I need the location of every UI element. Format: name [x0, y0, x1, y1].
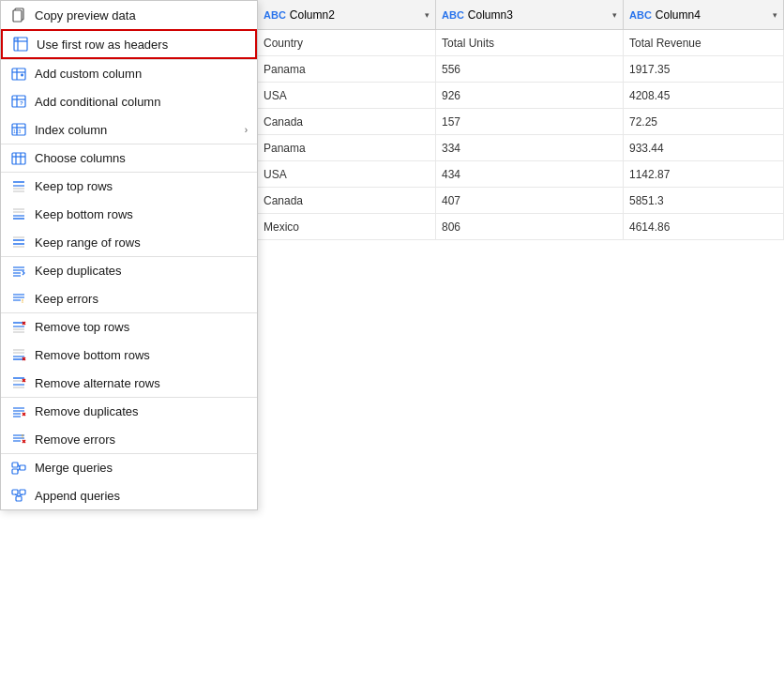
cell-r2c1: USA — [258, 83, 436, 108]
col3-type-icon: ABC — [442, 9, 464, 21]
svg-rect-79 — [20, 490, 25, 494]
menu-item-merge-queries[interactable]: Merge queries — [1, 453, 257, 481]
submenu-arrow-icon: › — [245, 125, 248, 135]
cell-r0c1: Country — [258, 30, 436, 55]
cell-r1c3: 1917.35 — [624, 56, 784, 82]
menu-item-keep-duplicates[interactable]: Keep duplicates — [1, 256, 257, 284]
svg-line-77 — [18, 468, 20, 471]
remove-bottom-icon — [10, 346, 27, 363]
svg-text:?: ? — [20, 100, 23, 106]
remove-alternate-icon — [10, 374, 27, 391]
col-header-3[interactable]: ABC Column3 ▾ — [436, 0, 624, 29]
menu-label-remove-errors: Remove errors — [35, 433, 248, 447]
cell-r3c2: 157 — [436, 109, 624, 134]
menu-item-add-conditional-col[interactable]: ? Add conditional column — [1, 87, 257, 115]
menu-label-copy-preview: Copy preview data — [35, 8, 248, 23]
menu-label-remove-alternate-rows: Remove alternate rows — [35, 376, 248, 390]
menu-item-remove-duplicates[interactable]: Remove duplicates — [1, 397, 257, 425]
svg-rect-6 — [12, 68, 25, 80]
cell-r1c1: Panama — [258, 56, 436, 82]
keep-dups-icon — [10, 263, 27, 280]
svg-rect-80 — [16, 496, 22, 501]
menu-item-copy-preview[interactable]: Copy preview data — [1, 1, 257, 29]
svg-text:!: ! — [22, 433, 23, 439]
cell-r5c1: USA — [258, 161, 436, 187]
svg-rect-73 — [12, 463, 18, 467]
remove-top-icon — [10, 319, 27, 336]
menu-item-add-custom-col[interactable]: Add custom column — [1, 59, 257, 87]
cell-r2c3: 4208.45 — [624, 83, 784, 108]
menu-item-choose-columns[interactable]: Choose columns — [1, 144, 257, 172]
menu-item-keep-bottom-rows[interactable]: Keep bottom rows — [1, 200, 257, 228]
table-icon — [12, 36, 29, 53]
menu-item-remove-bottom-rows[interactable]: Remove bottom rows — [1, 341, 257, 369]
cell-r0c2: Total Units — [436, 30, 624, 55]
context-menu: Copy preview data Use first row as heade… — [0, 0, 258, 510]
cell-r4c2: 334 — [436, 135, 624, 160]
svg-rect-19 — [12, 153, 25, 164]
cell-r6c3: 5851.3 — [624, 188, 784, 213]
keep-range-icon — [10, 234, 27, 250]
remove-dups-icon — [10, 403, 27, 420]
menu-item-remove-alternate-rows[interactable]: Remove alternate rows — [1, 369, 257, 397]
cell-r3c3: 72.25 — [624, 109, 784, 134]
cell-r6c2: 407 — [436, 188, 624, 213]
cell-r5c3: 1142.87 — [624, 161, 784, 187]
col-header-2[interactable]: ABC Column2 ▾ — [258, 0, 436, 29]
cell-r4c3: 933.44 — [624, 135, 784, 160]
append-icon — [10, 487, 27, 504]
menu-label-remove-bottom-rows: Remove bottom rows — [35, 348, 248, 362]
svg-text:123: 123 — [13, 129, 22, 134]
cell-r2c2: 926 — [436, 83, 624, 108]
col4-label: Column4 — [656, 8, 769, 22]
menu-label-keep-errors: Keep errors — [35, 292, 248, 306]
merge-icon — [10, 460, 27, 477]
menu-item-append-queries[interactable]: Append queries — [1, 481, 257, 509]
svg-rect-5 — [14, 38, 18, 41]
remove-errors-icon: ! — [10, 431, 27, 448]
cell-r6c1: Canada — [258, 188, 436, 213]
col2-label: Column2 — [290, 8, 421, 22]
svg-rect-78 — [12, 490, 18, 494]
menu-item-use-first-row[interactable]: Use first row as headers — [1, 29, 257, 59]
keep-top-icon — [10, 178, 27, 195]
svg-rect-74 — [12, 469, 18, 474]
menu-item-remove-top-rows[interactable]: Remove top rows — [1, 312, 257, 341]
menu-label-add-custom-col: Add custom column — [35, 67, 248, 81]
col-header-4[interactable]: ABC Column4 ▾ — [624, 0, 784, 29]
menu-label-remove-duplicates: Remove duplicates — [35, 404, 248, 418]
menu-label-add-conditional-col: Add conditional column — [35, 95, 248, 109]
menu-item-keep-range-rows[interactable]: Keep range of rows — [1, 228, 257, 256]
custom-col-icon — [10, 66, 27, 83]
col2-type-icon: ABC — [264, 9, 286, 21]
cell-r0c3: Total Revenue — [624, 30, 784, 55]
col4-arrow-icon: ▾ — [773, 10, 777, 20]
svg-rect-11 — [12, 96, 25, 107]
menu-label-keep-top-rows: Keep top rows — [35, 179, 248, 193]
menu-label-index-column: Index column — [35, 123, 237, 137]
cell-r4c1: Panama — [258, 135, 436, 160]
menu-label-merge-queries: Merge queries — [35, 461, 248, 475]
col3-label: Column3 — [468, 8, 609, 22]
svg-text:!: ! — [22, 298, 23, 304]
cell-r7c2: 806 — [436, 214, 624, 239]
menu-label-use-first-row: Use first row as headers — [37, 38, 246, 52]
menu-label-append-queries: Append queries — [35, 489, 248, 503]
cell-r7c1: Mexico — [258, 214, 436, 239]
svg-rect-1 — [13, 10, 22, 22]
col4-type-icon: ABC — [629, 9, 652, 21]
choose-cols-icon — [10, 150, 27, 167]
menu-item-keep-top-rows[interactable]: Keep top rows — [1, 172, 257, 200]
copy-icon — [10, 7, 27, 23]
menu-item-index-column[interactable]: 123 Index column › — [1, 115, 257, 144]
menu-label-remove-top-rows: Remove top rows — [35, 320, 248, 334]
cell-r3c1: Canada — [258, 109, 436, 134]
menu-label-keep-range-rows: Keep range of rows — [35, 235, 248, 250]
keep-errors-icon: ! — [10, 290, 27, 307]
index-col-icon: 123 — [10, 121, 27, 138]
svg-rect-75 — [20, 465, 25, 470]
col2-arrow-icon: ▾ — [425, 10, 430, 20]
menu-item-keep-errors[interactable]: ! Keep errors — [1, 284, 257, 312]
cell-r1c2: 556 — [436, 56, 624, 82]
menu-item-remove-errors[interactable]: ! Remove errors — [1, 425, 257, 453]
